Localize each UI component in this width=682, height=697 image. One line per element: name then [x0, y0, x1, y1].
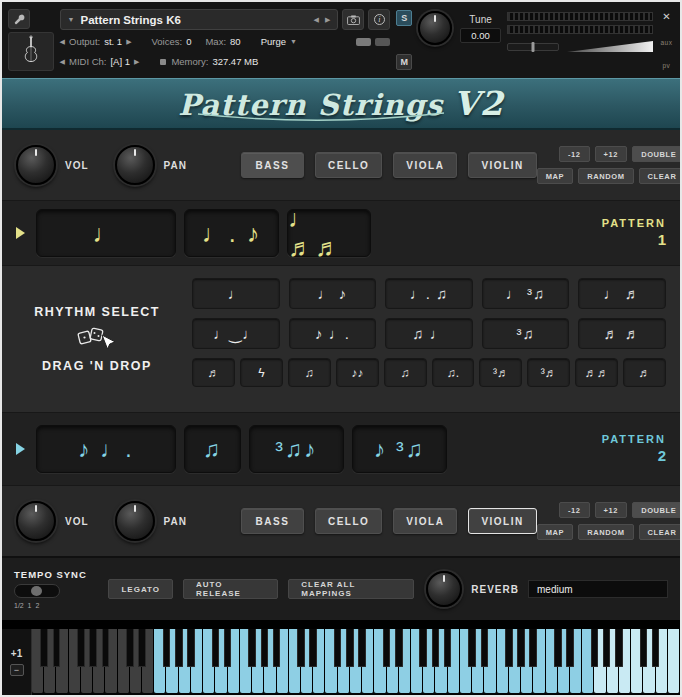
close-icon[interactable]: ✕ [662, 11, 670, 22]
rhythm-cell-r2-5[interactable]: ♬ ♬ [578, 318, 666, 349]
black-key[interactable] [468, 629, 476, 667]
solo-button[interactable]: S [396, 10, 412, 26]
output-next-icon[interactable]: ▶ [126, 38, 131, 46]
black-key[interactable] [40, 629, 48, 667]
instrument-button-bottom-3[interactable]: VIOLA [393, 508, 457, 534]
black-key[interactable] [591, 629, 599, 667]
purge-menu[interactable]: Purge [261, 36, 286, 47]
black-key[interactable] [358, 629, 366, 667]
black-key[interactable] [334, 629, 342, 667]
rhythm-cell-r3-3[interactable]: ♫ [288, 358, 331, 387]
black-key[interactable] [102, 629, 110, 667]
black-key[interactable] [212, 629, 220, 667]
white-key[interactable] [668, 629, 680, 693]
pan-slider[interactable] [507, 43, 559, 51]
black-key[interactable] [554, 629, 562, 667]
rhythm-cell-r1-3[interactable]: ♩. ♫ [385, 278, 473, 309]
rhythm-cell-r1-5[interactable]: ♩ ♬ [578, 278, 666, 309]
prev-instrument-icon[interactable]: ◀ [314, 16, 319, 24]
mapping-button-top-2[interactable]: RANDOM [578, 168, 633, 184]
pattern1-slot-1[interactable]: ♩ [36, 209, 176, 257]
rhythm-cell-r2-2[interactable]: ♪ ♩. [289, 318, 377, 349]
instrument-title-bar[interactable]: ▼ Pattern Strings K6 ◀ ▶ [60, 9, 339, 30]
tune-knob[interactable] [418, 11, 452, 45]
pan-knob-bottom[interactable] [115, 501, 155, 541]
pattern2-play-icon[interactable] [16, 443, 25, 455]
pattern2-slot-1[interactable]: ♪ ♩. [36, 425, 176, 473]
mute-button[interactable]: M [396, 54, 412, 70]
black-key[interactable] [395, 629, 403, 667]
reverb-knob[interactable] [426, 571, 462, 607]
wrench-button[interactable] [8, 9, 30, 29]
midi-next-icon[interactable]: ▶ [134, 58, 139, 66]
transpose-button-top-3[interactable]: DOUBLE [632, 146, 680, 162]
octave-shift-value[interactable]: +1 [11, 648, 22, 659]
output-prev-icon[interactable]: ◀ [60, 38, 65, 46]
reverb-preset-select[interactable]: medium [528, 580, 668, 598]
instrument-button-bottom-1[interactable]: BASS [241, 508, 304, 534]
mapping-button-bottom-1[interactable]: MAP [537, 524, 573, 540]
rhythm-cell-r2-1[interactable]: ♩‿♩ [192, 318, 280, 349]
output-value[interactable]: st. 1 [104, 36, 122, 47]
snapshot-camera-button[interactable] [342, 9, 364, 30]
black-key[interactable] [273, 629, 281, 667]
pattern2-slot-3[interactable]: ³♫♪ [249, 425, 344, 473]
pattern1-slot-2[interactable]: ♩. ♪ [184, 209, 279, 257]
black-key[interactable] [261, 629, 269, 667]
black-key[interactable] [175, 629, 183, 667]
black-key[interactable] [432, 629, 440, 667]
black-key[interactable] [77, 629, 85, 667]
rhythm-cell-r3-2[interactable]: ϟ [240, 358, 283, 387]
black-key[interactable] [603, 629, 611, 667]
rhythm-cell-r3-8[interactable]: ³♬ [527, 358, 570, 387]
rhythm-cell-r1-2[interactable]: ♩ ♪ [289, 278, 377, 309]
transpose-button-top-2[interactable]: +12 [595, 146, 628, 162]
mapping-button-bottom-3[interactable]: CLEAR [639, 524, 680, 540]
pattern1-play-icon[interactable] [16, 227, 25, 239]
black-key[interactable] [248, 629, 256, 667]
rhythm-cell-r1-4[interactable]: ♩ ³♫ [482, 278, 570, 309]
black-key[interactable] [309, 629, 317, 667]
rhythm-cell-r3-9[interactable]: ♬♬ [575, 358, 618, 387]
black-key[interactable] [89, 629, 97, 667]
instrument-button-top-2[interactable]: CELLO [315, 152, 382, 178]
black-key[interactable] [517, 629, 525, 667]
next-instrument-icon[interactable]: ▶ [325, 16, 330, 24]
mapping-button-bottom-2[interactable]: RANDOM [578, 524, 633, 540]
midi-value[interactable]: [A] 1 [110, 56, 130, 67]
rhythm-cell-r3-1[interactable]: ♬ [192, 358, 235, 387]
volume-knob-bottom[interactable] [16, 501, 56, 541]
mapping-button-top-1[interactable]: MAP [537, 168, 573, 184]
instrument-button-top-3[interactable]: VIOLA [393, 152, 457, 178]
rhythm-cell-r3-10[interactable]: ♬ [623, 358, 666, 387]
aux-button[interactable]: aux [660, 39, 672, 46]
tempo-sync-toggle[interactable] [14, 584, 60, 598]
transpose-button-top-1[interactable]: -12 [559, 146, 590, 162]
transpose-button-bottom-3[interactable]: DOUBLE [632, 502, 680, 518]
info-button[interactable]: i [368, 9, 390, 30]
black-key[interactable] [419, 629, 427, 667]
instrument-button-bottom-2[interactable]: CELLO [315, 508, 382, 534]
black-key[interactable] [346, 629, 354, 667]
black-key[interactable] [481, 629, 489, 667]
black-key[interactable] [383, 629, 391, 667]
footer-button-1[interactable]: LEGATO [108, 579, 173, 599]
black-key[interactable] [163, 629, 171, 667]
black-key[interactable] [224, 629, 232, 667]
black-key[interactable] [444, 629, 452, 667]
rhythm-cell-r1-1[interactable]: ♩ [192, 278, 280, 309]
volume-wedge-slider[interactable] [567, 41, 653, 52]
volume-knob-top[interactable] [16, 145, 56, 185]
mapping-button-top-3[interactable]: CLEAR [639, 168, 680, 184]
pattern1-slot-3[interactable]: ♩ ♬♬ [287, 209, 371, 257]
pattern2-slot-2[interactable]: ♫ [184, 425, 241, 473]
footer-button-2[interactable]: AUTO RELEASE [183, 579, 278, 599]
black-key[interactable] [505, 629, 513, 667]
rhythm-cell-r2-4[interactable]: ³♫ [482, 318, 570, 349]
black-key[interactable] [138, 629, 146, 667]
instrument-button-top-1[interactable]: BASS [241, 152, 304, 178]
black-key[interactable] [640, 629, 648, 667]
rhythm-cell-r2-3[interactable]: ♫ ♩ [385, 318, 473, 349]
black-key[interactable] [615, 629, 623, 667]
black-key[interactable] [652, 629, 660, 667]
